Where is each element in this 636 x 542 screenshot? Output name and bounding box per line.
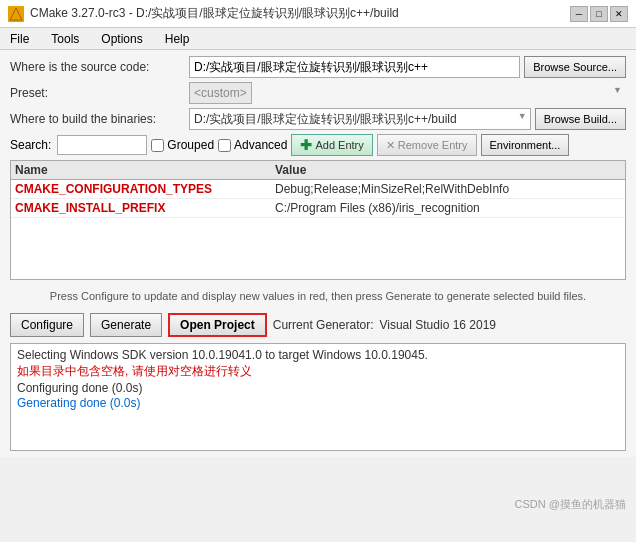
configure-button[interactable]: Configure — [10, 313, 84, 337]
build-label: Where to build the binaries: — [10, 112, 185, 126]
source-label: Where is the source code: — [10, 60, 185, 74]
add-entry-button[interactable]: ✚ Add Entry — [291, 134, 372, 156]
remove-entry-button[interactable]: ✕ Remove Entry — [377, 134, 477, 156]
menu-help[interactable]: Help — [159, 30, 196, 48]
log-line-3: Generating done (0.0s) — [17, 396, 619, 410]
generator-label: Current Generator: — [273, 318, 374, 332]
info-text: Press Configure to update and display ne… — [10, 286, 626, 307]
browse-build-button[interactable]: Browse Build... — [535, 108, 626, 130]
source-row: Where is the source code: Browse Source.… — [10, 56, 626, 78]
preset-row: Preset: <custom> — [10, 82, 626, 104]
row-value-1: C:/Program Files (x86)/iris_recognition — [275, 201, 621, 215]
log-area: Selecting Windows SDK version 10.0.19041… — [10, 343, 626, 451]
search-input[interactable] — [57, 135, 147, 155]
log-line-2: Configuring done (0.0s) — [17, 381, 619, 395]
preset-select-wrapper: <custom> — [189, 82, 626, 104]
table-row[interactable]: CMAKE_CONFIGURATION_TYPES Debug;Release;… — [11, 180, 625, 199]
generator-value: Visual Studio 16 2019 — [379, 318, 496, 332]
table-row[interactable]: CMAKE_INSTALL_PREFIX C:/Program Files (x… — [11, 199, 625, 218]
maximize-btn[interactable]: □ — [590, 6, 608, 22]
build-select[interactable]: D:/实战项目/眼球定位旋转识别/眼球识别c++/build — [189, 108, 531, 130]
table-header: Name Value — [11, 161, 625, 180]
menu-options[interactable]: Options — [95, 30, 148, 48]
advanced-checkbox-label[interactable]: Advanced — [218, 138, 287, 152]
window-controls: ─ □ ✕ — [570, 6, 628, 22]
header-value: Value — [275, 163, 621, 177]
app-icon — [8, 6, 24, 22]
row-name-0: CMAKE_CONFIGURATION_TYPES — [15, 182, 275, 196]
toolbar-row: Search: Grouped Advanced ✚ Add Entry ✕ R… — [10, 134, 626, 156]
svg-marker-0 — [10, 8, 22, 20]
header-name: Name — [15, 163, 275, 177]
menu-file[interactable]: File — [4, 30, 35, 48]
menu-tools[interactable]: Tools — [45, 30, 85, 48]
action-bar: Configure Generate Open Project Current … — [10, 313, 626, 337]
row-name-1: CMAKE_INSTALL_PREFIX — [15, 201, 275, 215]
log-line-0: Selecting Windows SDK version 10.0.19041… — [17, 348, 619, 362]
title-bar-text: CMake 3.27.0-rc3 - D:/实战项目/眼球定位旋转识别/眼球识别… — [30, 5, 564, 22]
browse-source-button[interactable]: Browse Source... — [524, 56, 626, 78]
watermark: CSDN @摸鱼的机器猫 — [515, 497, 626, 512]
environment-button[interactable]: Environment... — [481, 134, 570, 156]
title-bar: CMake 3.27.0-rc3 - D:/实战项目/眼球定位旋转识别/眼球识别… — [0, 0, 636, 28]
add-icon: ✚ — [300, 137, 312, 153]
search-label: Search: — [10, 138, 51, 152]
preset-select[interactable]: <custom> — [189, 82, 252, 104]
generate-button[interactable]: Generate — [90, 313, 162, 337]
open-project-button[interactable]: Open Project — [168, 313, 267, 337]
main-content: Where is the source code: Browse Source.… — [0, 50, 636, 457]
minimize-btn[interactable]: ─ — [570, 6, 588, 22]
build-row: Where to build the binaries: D:/实战项目/眼球定… — [10, 108, 626, 130]
source-input[interactable] — [189, 56, 520, 78]
entries-table: Name Value CMAKE_CONFIGURATION_TYPES Deb… — [10, 160, 626, 280]
grouped-checkbox-label[interactable]: Grouped — [151, 138, 214, 152]
advanced-checkbox[interactable] — [218, 139, 231, 152]
grouped-checkbox[interactable] — [151, 139, 164, 152]
build-select-wrapper: D:/实战项目/眼球定位旋转识别/眼球识别c++/build — [189, 108, 531, 130]
row-value-0: Debug;Release;MinSizeRel;RelWithDebInfo — [275, 182, 621, 196]
preset-label: Preset: — [10, 86, 185, 100]
close-btn[interactable]: ✕ — [610, 6, 628, 22]
menu-bar: File Tools Options Help — [0, 28, 636, 50]
log-line-1: 如果目录中包含空格, 请使用对空格进行转义 — [17, 363, 619, 380]
